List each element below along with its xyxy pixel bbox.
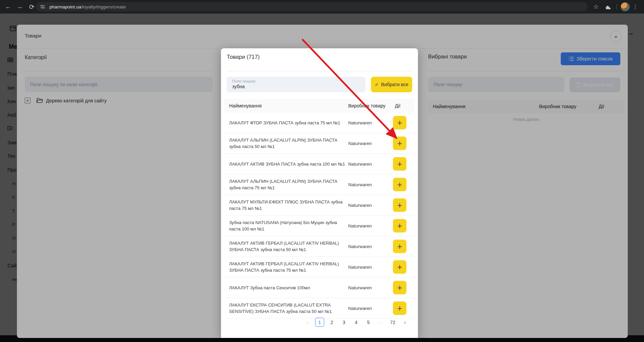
products-col-actions: Дії	[394, 103, 400, 108]
product-name: ЛАКАЛУТ МУЛЬТИ-ЕФЕКТ ПЛЮС ЗУБНА ПАСТА зу…	[224, 199, 347, 212]
product-row: ЛАКАЛУТ Зубна паста Сенситив 100млNaturw…	[224, 277, 415, 298]
select-all-label: Вибрати все	[381, 82, 408, 87]
pagination-prev[interactable]: ‹	[303, 318, 312, 327]
product-name: ЛАКАЛУТ АЛЬПИН (LACALUT ALPIN) ЗУБНА ПАС…	[224, 178, 347, 191]
product-name: ЛАКАЛУТ ФТОР ЗУБНА ПАСТА зубна паста 75 …	[224, 120, 347, 126]
add-product-button[interactable]: +	[393, 116, 406, 129]
product-name: ЛАКАЛУТ Зубна паста Сенситив 100мл	[224, 285, 347, 291]
select-all-button[interactable]: ✓ Вибрати все	[371, 77, 412, 92]
product-row: ЛАКАЛУТ АЛЬПИН (LACALUT ALPIN) ЗУБНА ПАС…	[224, 133, 415, 154]
browser-forward-button[interactable]: →	[14, 0, 25, 14]
product-manufacturer: Naturwaren	[347, 223, 393, 228]
pagination-page-4[interactable]: 4	[352, 318, 361, 327]
product-name: ЛАКАЛУТ АКТИВ ЗУБНА ПАСТА зубна паста 10…	[224, 161, 347, 167]
product-row: ЛАКАЛУТ ЕКСТРА СЕНСИТИВ (LACALUT EXTRA S…	[224, 298, 415, 319]
products-search-value: зубна	[232, 84, 365, 89]
product-manufacturer: Naturwaren	[347, 203, 393, 208]
product-row: ЛАКАЛУТ АКТИВ ЗУБНА ПАСТА зубна паста 10…	[224, 154, 415, 174]
product-name: ЛАКАЛУТ АЛЬПИН (LACALUT ALPIN) ЗУБНА ПАС…	[224, 137, 347, 150]
product-manufacturer: Naturwaren	[347, 141, 393, 146]
product-row: ЛАКАЛУТ АКТИВ ГЕРБАЛ (LACALUT AKTIV HERB…	[224, 257, 415, 277]
pagination-page-5[interactable]: 5	[364, 318, 373, 327]
check-icon: ✓	[375, 82, 379, 87]
url-path: /loyalty/triggers/create	[81, 4, 126, 9]
add-product-button[interactable]: +	[393, 281, 406, 294]
product-row: ЛАКАЛУТ МУЛЬТИ-ЕФЕКТ ПЛЮС ЗУБНА ПАСТА зу…	[224, 195, 415, 216]
product-row: ЛАКАЛУТ АКТИВ ГЕРБАЛ (LACALUT AKTIV HERB…	[224, 236, 415, 257]
product-manufacturer: Naturwaren	[347, 285, 393, 290]
pagination-next[interactable]: ›	[400, 318, 409, 327]
products-search-input[interactable]: Поле пошуку зубна	[227, 77, 365, 92]
pagination-page-2[interactable]: 2	[327, 318, 336, 327]
pagination-page-1[interactable]: 1	[315, 318, 324, 327]
pagination: ‹12345···72›	[303, 318, 409, 327]
site-settings-icon[interactable]	[40, 4, 45, 9]
pagination-page-3[interactable]: 3	[339, 318, 349, 327]
products-col-name: Найменування	[224, 103, 347, 108]
add-product-button[interactable]: +	[393, 178, 406, 191]
pagination-page-72[interactable]: 72	[388, 318, 397, 327]
product-manufacturer: Naturwaren	[347, 306, 393, 311]
url-domain: pharmapoint.ua	[49, 4, 81, 9]
products-panel-divider	[227, 71, 412, 71]
profile-avatar[interactable]	[620, 2, 630, 12]
add-product-button[interactable]: +	[393, 301, 406, 315]
products-search-label: Поле пошуку	[232, 79, 365, 83]
product-manufacturer: Naturwaren	[347, 162, 393, 167]
browser-back-button[interactable]: ←	[3, 0, 14, 14]
product-manufacturer: Naturwaren	[347, 120, 393, 125]
product-manufacturer: Naturwaren	[347, 265, 393, 270]
products-panel: Товари (717) Поле пошуку зубна ✓ Вибрати…	[221, 48, 418, 338]
product-manufacturer: Naturwaren	[347, 182, 393, 187]
products-panel-title: Товари (717)	[227, 54, 260, 60]
browser-toolbar: ← → ⟳ pharmapoint.ua/loyalty/triggers/cr…	[0, 0, 644, 14]
products-table-header: Найменування Виробник товару Дії	[224, 99, 415, 113]
product-row: ЛАКАЛУТ ФТОР ЗУБНА ПАСТА зубна паста 75 …	[224, 113, 415, 133]
product-row: Зубна паста NATUSANA (Натусана) Біо Муци…	[224, 216, 415, 236]
product-name: ЛАКАЛУТ АКТИВ ГЕРБАЛ (LACALUT AKTIV HERB…	[224, 240, 347, 253]
products-col-manufacturer: Виробник товару	[347, 103, 394, 108]
bookmark-star-icon[interactable]: ☆	[590, 0, 602, 14]
toolbar-separator	[617, 4, 617, 10]
address-bar[interactable]: pharmapoint.ua/loyalty/triggers/create	[36, 2, 587, 11]
browser-menu-kebab-icon[interactable]: ⋮	[630, 0, 640, 14]
product-name: Зубна паста NATUSANA (Натусана) Біо Муци…	[224, 219, 347, 232]
add-product-button[interactable]: +	[393, 260, 406, 274]
products-table-body: ЛАКАЛУТ ФТОР ЗУБНА ПАСТА зубна паста 75 …	[224, 113, 415, 319]
product-manufacturer: Naturwaren	[347, 244, 393, 249]
add-product-button[interactable]: +	[393, 198, 406, 212]
add-product-button[interactable]: +	[393, 157, 406, 171]
add-product-button[interactable]: +	[393, 240, 406, 253]
product-name: ЛАКАЛУТ АКТИВ ГЕРБАЛ (LACALUT AKTIV HERB…	[224, 261, 347, 273]
pagination-ellipsis: ···	[376, 318, 385, 327]
product-row: ЛАКАЛУТ АЛЬПИН (LACALUT ALPIN) ЗУБНА ПАС…	[224, 174, 415, 195]
add-product-button[interactable]: +	[393, 137, 406, 150]
product-name: ЛАКАЛУТ ЕКСТРА СЕНСИТИВ (LACALUT EXTRA S…	[224, 302, 347, 315]
add-product-button[interactable]: +	[393, 219, 406, 233]
extensions-icon[interactable]	[602, 4, 613, 10]
